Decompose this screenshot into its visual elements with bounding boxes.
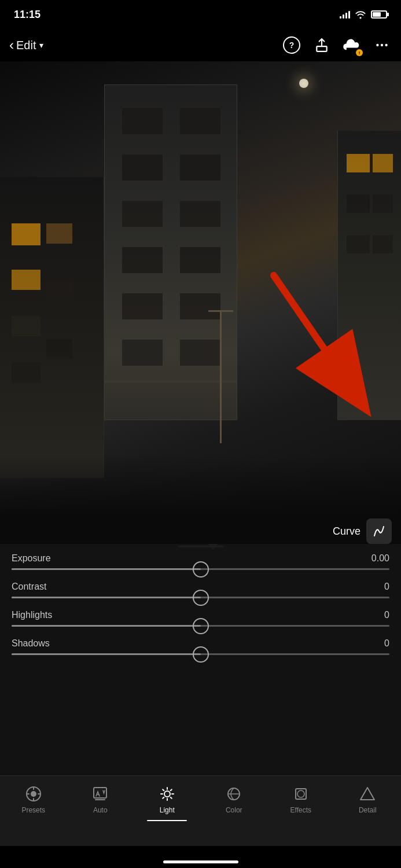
tab-presets-label: Presets [21, 806, 45, 814]
curve-label: Curve [333, 525, 360, 538]
svg-point-3 [385, 44, 387, 46]
highlights-label: Highlights [12, 610, 52, 620]
cloud-warning-badge: ! [356, 49, 363, 56]
tab-detail[interactable]: Detail [334, 783, 402, 814]
exposure-value: 0.00 [371, 553, 389, 564]
curve-button[interactable] [366, 518, 392, 544]
edit-panel: Exposure 0.00 Contrast 0 Highlights 0 [0, 544, 401, 775]
home-indicator [163, 860, 238, 863]
tab-light[interactable]: Light [134, 783, 201, 821]
status-time: 11:15 [14, 9, 41, 21]
edit-title: Edit [16, 39, 36, 52]
edit-dropdown-arrow[interactable]: ▾ [39, 41, 43, 50]
highlights-value: 0 [384, 610, 389, 620]
curve-icon [372, 524, 386, 538]
wifi-icon [355, 10, 366, 19]
svg-rect-0 [317, 46, 326, 52]
shadows-label: Shadows [12, 638, 50, 649]
light-icon [159, 785, 176, 803]
annotation-arrow [256, 264, 384, 426]
effects-icon [292, 785, 310, 803]
cloud-button[interactable]: ! [342, 35, 362, 55]
tab-light-indicator [147, 820, 187, 821]
exposure-label: Exposure [12, 553, 51, 564]
top-nav: ‹ Edit ▾ ? ! [0, 29, 401, 61]
contrast-section: Contrast 0 [12, 582, 389, 598]
help-button[interactable]: ? [282, 35, 301, 55]
tab-presets[interactable]: Presets [0, 783, 67, 814]
svg-point-2 [381, 44, 383, 46]
photo-background [0, 61, 401, 559]
back-button[interactable]: ‹ [9, 37, 14, 53]
shadows-value: 0 [384, 638, 389, 649]
export-icon [314, 38, 329, 53]
svg-line-5 [274, 275, 363, 406]
svg-point-7 [31, 791, 36, 797]
tab-detail-label: Detail [359, 806, 377, 814]
tab-effects-label: Effects [290, 806, 311, 814]
bottom-tab-bar: Presets Auto Light [0, 775, 401, 846]
contrast-track[interactable] [12, 597, 389, 598]
highlights-section: Highlights 0 [12, 610, 389, 627]
nav-left: ‹ Edit ▾ [9, 37, 43, 53]
tab-color[interactable]: Color [201, 783, 268, 814]
nav-right: ? ! [282, 35, 392, 55]
exposure-track[interactable] [12, 568, 389, 570]
svg-point-11 [297, 790, 304, 797]
tab-effects[interactable]: Effects [267, 783, 334, 814]
building-main [104, 84, 237, 420]
svg-point-9 [164, 791, 170, 797]
svg-marker-12 [360, 788, 374, 800]
photo-area [0, 61, 401, 559]
detail-icon [359, 785, 376, 803]
auto-icon [91, 785, 109, 803]
svg-rect-8 [94, 788, 106, 798]
highlights-track[interactable] [12, 625, 389, 627]
export-button[interactable] [312, 35, 332, 55]
more-icon [374, 38, 389, 53]
signal-icon [340, 10, 350, 19]
exposure-section: Exposure 0.00 [12, 553, 389, 570]
status-bar: 11:15 [0, 0, 401, 29]
help-icon: ? [283, 36, 300, 54]
more-button[interactable] [372, 35, 392, 55]
curve-panel: Curve [333, 518, 392, 544]
color-icon [225, 785, 242, 803]
contrast-value: 0 [384, 582, 389, 592]
shadows-section: Shadows 0 [12, 638, 389, 655]
status-icons [340, 10, 387, 19]
svg-point-1 [376, 44, 378, 46]
moon [299, 79, 308, 88]
tab-light-label: Light [160, 806, 175, 814]
shadows-track[interactable] [12, 653, 389, 655]
contrast-label: Contrast [12, 582, 46, 592]
tab-auto-label: Auto [93, 806, 108, 814]
presets-icon [25, 785, 42, 803]
tab-auto[interactable]: Auto [67, 783, 134, 814]
building-left [0, 177, 104, 478]
battery-icon [371, 10, 387, 19]
tab-color-label: Color [226, 806, 242, 814]
